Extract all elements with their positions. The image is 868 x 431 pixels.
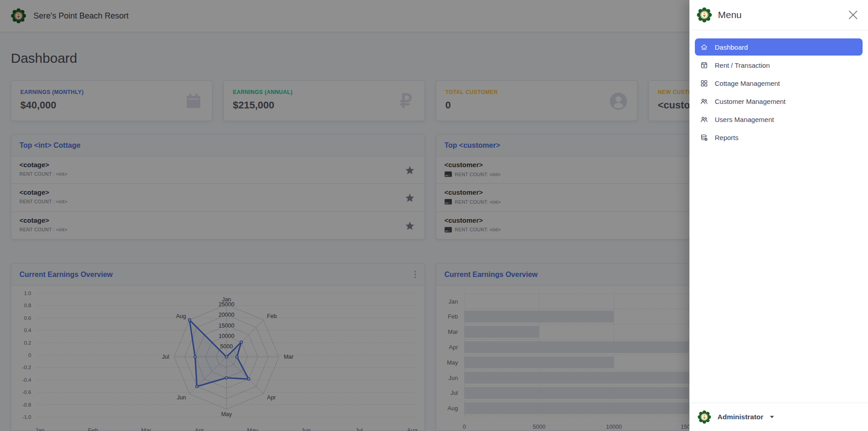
menu-drawer: Menu Dashboard Rent / Transaction Cottag… bbox=[689, 0, 868, 431]
database-check-icon bbox=[700, 134, 708, 141]
user-menu[interactable]: Administrator bbox=[689, 403, 868, 431]
menu-item-customer-management[interactable]: Customer Management bbox=[695, 93, 863, 110]
user-name: Administrator bbox=[717, 413, 764, 421]
drawer-header: Menu bbox=[695, 0, 863, 30]
calendar-plus-icon bbox=[700, 61, 708, 69]
divider bbox=[689, 30, 868, 30]
resort-logo-icon bbox=[697, 7, 712, 23]
menu-item-dashboard[interactable]: Dashboard bbox=[695, 38, 863, 56]
dashboard-page: Sere's Point Beach Resort Dashboard EARN… bbox=[0, 0, 868, 431]
grid-icon bbox=[700, 80, 708, 87]
resort-logo-icon bbox=[698, 410, 711, 424]
menu-item-rent-transaction[interactable]: Rent / Transaction bbox=[695, 56, 863, 74]
menu-item-reports[interactable]: Reports bbox=[695, 129, 863, 146]
people-icon bbox=[700, 116, 708, 123]
menu-item-users-management[interactable]: Users Management bbox=[695, 111, 863, 128]
menu-item-cottage-management[interactable]: Cottage Management bbox=[695, 75, 863, 92]
menu-list: Dashboard Rent / Transaction Cottage Man… bbox=[695, 38, 863, 146]
caret-down-icon bbox=[770, 416, 774, 418]
house-icon bbox=[700, 43, 708, 51]
people-icon bbox=[700, 98, 708, 105]
drawer-title: Menu bbox=[718, 9, 742, 20]
close-icon[interactable] bbox=[848, 10, 858, 20]
